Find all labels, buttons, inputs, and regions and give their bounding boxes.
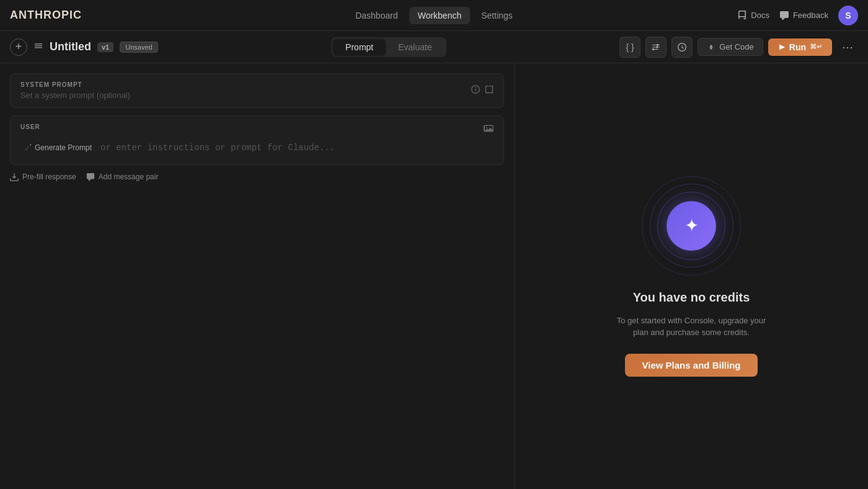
system-prompt-label: SYSTEM PROMPT xyxy=(20,81,130,88)
info-icon[interactable] xyxy=(471,85,480,96)
docs-button[interactable]: Docs xyxy=(737,11,769,20)
sparkle-icon: ✦ xyxy=(684,215,699,236)
feedback-label: Feedback xyxy=(793,11,828,20)
add-prompt-button[interactable]: + xyxy=(10,38,27,56)
user-box: USER Generate Prompt or enter instructio… xyxy=(10,115,504,165)
book-icon xyxy=(737,11,747,20)
image-upload-icon[interactable] xyxy=(484,123,494,136)
right-panel: ✦ You have no credits To get started wit… xyxy=(515,63,868,489)
unsaved-badge: Unsaved xyxy=(120,42,157,53)
tab-switcher: Prompt Evaluate xyxy=(331,37,446,57)
settings-sliders-button[interactable] xyxy=(645,37,666,58)
add-message-pair-button[interactable]: Add message pair xyxy=(86,173,159,181)
top-nav: ANTHROPIC Dashboard Workbench Settings D… xyxy=(0,0,868,31)
run-label: Run xyxy=(789,42,806,52)
toolbar: + Untitled v1 Unsaved Prompt Evaluate { … xyxy=(0,31,868,63)
brand-logo: ANTHROPIC xyxy=(10,9,82,22)
expand-icon[interactable] xyxy=(485,85,494,96)
tab-evaluate[interactable]: Evaluate xyxy=(386,39,444,55)
get-code-button[interactable]: Get Code xyxy=(698,38,763,56)
credits-orb: ✦ xyxy=(642,176,741,276)
avatar[interactable]: S xyxy=(838,6,858,25)
clock-icon xyxy=(678,43,686,52)
sliders-icon xyxy=(652,43,660,52)
pre-fill-button[interactable]: Pre-fill response xyxy=(10,173,76,181)
nav-dashboard[interactable]: Dashboard xyxy=(347,7,407,24)
orb-inner: ✦ xyxy=(666,201,716,251)
feedback-button[interactable]: Feedback xyxy=(779,11,828,20)
version-badge: v1 xyxy=(97,42,113,52)
user-placeholder[interactable]: or enter instructions or prompt for Clau… xyxy=(100,143,335,153)
no-credits-title: You have no credits xyxy=(633,290,750,305)
play-icon xyxy=(778,43,786,51)
view-plans-button[interactable]: View Plans and Billing xyxy=(625,354,758,377)
doc-title: Untitled xyxy=(50,40,91,53)
more-options-button[interactable]: ⋯ xyxy=(837,37,858,58)
nav-right: Docs Feedback S xyxy=(737,6,858,25)
system-prompt-box: SYSTEM PROMPT Set a system prompt (optio… xyxy=(10,73,504,108)
run-button[interactable]: Run ⌘↵ xyxy=(768,38,832,56)
message-pair-icon xyxy=(86,173,95,181)
pre-fill-icon xyxy=(10,173,19,181)
bottom-actions: Pre-fill response Add message pair xyxy=(10,173,504,181)
docs-label: Docs xyxy=(751,11,769,20)
left-panel: SYSTEM PROMPT Set a system prompt (optio… xyxy=(0,63,515,489)
toolbar-left: + Untitled v1 Unsaved xyxy=(10,38,158,56)
get-code-label: Get Code xyxy=(719,42,754,52)
user-box-content: Generate Prompt or enter instructions or… xyxy=(20,142,494,153)
no-credits-description: To get started with Console, upgrade you… xyxy=(611,315,772,339)
pre-fill-label: Pre-fill response xyxy=(22,173,76,181)
message-icon xyxy=(779,11,789,20)
generate-prompt-button[interactable]: Generate Prompt xyxy=(20,142,95,153)
system-prompt-placeholder[interactable]: Set a system prompt (optional) xyxy=(20,91,130,100)
system-prompt-left: SYSTEM PROMPT Set a system prompt (optio… xyxy=(20,81,130,100)
nav-workbench[interactable]: Workbench xyxy=(409,7,471,24)
variables-button[interactable]: { } xyxy=(619,37,640,58)
toolbar-right: { } Get Code Run ⌘↵ ⋯ xyxy=(619,37,858,58)
tab-prompt[interactable]: Prompt xyxy=(333,39,386,55)
user-box-header: USER xyxy=(20,123,494,136)
main-layout: SYSTEM PROMPT Set a system prompt (optio… xyxy=(0,63,868,489)
add-message-pair-label: Add message pair xyxy=(99,173,159,181)
plus-icon: + xyxy=(16,40,22,53)
no-credits-container: ✦ You have no credits To get started wit… xyxy=(611,176,772,377)
no-credits-highlight: no credits xyxy=(691,290,750,304)
list-icon[interactable] xyxy=(33,41,43,53)
generate-prompt-label: Generate Prompt xyxy=(35,143,92,152)
user-label: USER xyxy=(20,123,40,133)
wand-icon xyxy=(24,144,32,151)
nav-settings[interactable]: Settings xyxy=(472,7,521,24)
code-icon xyxy=(707,43,715,52)
braces-icon: { } xyxy=(626,42,634,52)
history-button[interactable] xyxy=(671,37,693,58)
system-prompt-icons xyxy=(471,85,494,96)
nav-links: Dashboard Workbench Settings xyxy=(347,7,521,24)
system-prompt-inner: SYSTEM PROMPT Set a system prompt (optio… xyxy=(20,81,494,100)
run-shortcut: ⌘↵ xyxy=(810,43,822,51)
